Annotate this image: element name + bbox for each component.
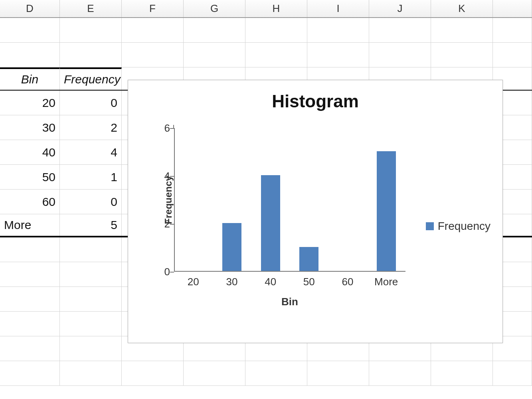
cell-freq[interactable]: 1 <box>60 165 122 189</box>
cell[interactable] <box>0 312 60 336</box>
grid-row <box>0 43 532 67</box>
y-tick-label: 6 <box>164 122 170 134</box>
cell[interactable] <box>431 18 493 42</box>
y-tick <box>170 176 174 177</box>
cell[interactable] <box>0 287 60 311</box>
cell[interactable] <box>493 43 532 67</box>
legend-swatch-icon <box>426 222 434 230</box>
col-header-g[interactable]: G <box>184 0 245 17</box>
y-tick-label: 4 <box>164 170 170 182</box>
cell[interactable] <box>184 361 245 385</box>
histogram-chart[interactable]: Histogram Frequency Bin 02462030405060Mo… <box>128 80 503 343</box>
y-tick <box>170 224 174 225</box>
col-header-h[interactable]: H <box>245 0 307 17</box>
cell-bin[interactable]: 40 <box>0 140 60 164</box>
cell[interactable] <box>0 262 60 286</box>
x-tick-label: 20 <box>188 276 199 288</box>
cell[interactable] <box>493 18 532 42</box>
cell[interactable] <box>0 361 60 385</box>
cell[interactable] <box>369 361 431 385</box>
x-axis-line <box>174 271 405 272</box>
chart-bar <box>222 223 241 271</box>
cell[interactable] <box>184 43 245 67</box>
cell[interactable] <box>245 18 307 42</box>
grid-row <box>0 361 532 386</box>
cell[interactable] <box>0 43 60 67</box>
cell[interactable] <box>60 237 122 262</box>
cell[interactable] <box>0 336 60 361</box>
col-header-rest <box>493 0 532 17</box>
y-axis-title: Frequency <box>163 176 174 224</box>
cell[interactable] <box>307 43 369 67</box>
y-axis-cap <box>173 125 174 128</box>
col-header-i[interactable]: I <box>307 0 369 17</box>
cell[interactable] <box>245 43 307 67</box>
cell[interactable] <box>431 43 493 67</box>
cell-bin[interactable]: 60 <box>0 190 60 214</box>
cell[interactable] <box>60 287 122 311</box>
cell[interactable] <box>122 43 184 67</box>
col-header-e[interactable]: E <box>60 0 122 17</box>
chart-bar <box>299 247 318 271</box>
chart-title: Histogram <box>128 91 502 111</box>
cell[interactable] <box>0 18 60 42</box>
cell[interactable] <box>60 312 122 336</box>
cell[interactable] <box>369 18 431 42</box>
col-header-j[interactable]: J <box>369 0 431 17</box>
y-tick-label: 2 <box>164 218 170 230</box>
cell[interactable] <box>184 18 245 42</box>
col-header-k[interactable]: K <box>431 0 493 17</box>
x-tick-label: 30 <box>226 276 238 288</box>
cell[interactable] <box>307 361 369 385</box>
cell[interactable] <box>60 336 122 361</box>
y-tick <box>170 272 174 273</box>
grid-row <box>0 18 532 43</box>
table-header-bin[interactable]: Bin <box>0 67 60 90</box>
cell-bin[interactable]: 20 <box>0 91 60 115</box>
plot-area: Frequency Bin 02462030405060More <box>174 128 405 272</box>
col-header-d[interactable]: D <box>0 0 60 17</box>
chart-legend: Frequency <box>426 220 490 233</box>
cell-freq[interactable]: 0 <box>60 91 122 115</box>
chart-bar <box>377 151 396 271</box>
x-tick-label: 40 <box>265 276 276 288</box>
cell[interactable] <box>245 361 307 385</box>
cell-freq[interactable]: 5 <box>60 214 122 236</box>
chart-bar <box>261 175 280 271</box>
cell[interactable] <box>60 18 122 42</box>
cell-freq[interactable]: 2 <box>60 115 122 140</box>
x-axis-title: Bin <box>281 296 298 308</box>
table-header-freq[interactable]: Frequency <box>60 67 122 90</box>
x-tick-label: 60 <box>342 276 354 288</box>
x-tick-label: More <box>374 276 398 288</box>
x-tick-label: 50 <box>303 276 315 288</box>
col-header-f[interactable]: F <box>122 0 184 17</box>
cell[interactable] <box>0 237 60 262</box>
y-axis-line <box>174 128 175 272</box>
cell-freq[interactable]: 0 <box>60 190 122 214</box>
cell[interactable] <box>122 18 184 42</box>
cell[interactable] <box>369 43 431 67</box>
y-tick <box>170 128 174 129</box>
cell-freq[interactable]: 4 <box>60 140 122 164</box>
cell[interactable] <box>60 361 122 385</box>
cell[interactable] <box>431 361 493 385</box>
cell-bin[interactable]: 50 <box>0 165 60 189</box>
legend-label: Frequency <box>438 220 490 233</box>
cell-bin[interactable]: 30 <box>0 115 60 140</box>
cell[interactable] <box>60 262 122 286</box>
cell[interactable] <box>122 361 184 385</box>
cell[interactable] <box>60 43 122 67</box>
cell[interactable] <box>307 18 369 42</box>
y-tick-label: 0 <box>164 266 170 278</box>
cell[interactable] <box>493 361 532 385</box>
cell-bin[interactable]: More <box>0 214 60 236</box>
column-header-row: D E F G H I J K <box>0 0 532 18</box>
